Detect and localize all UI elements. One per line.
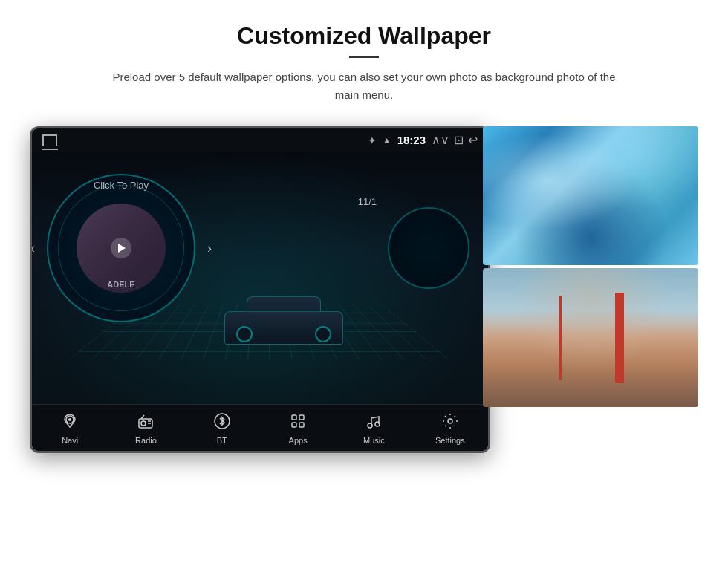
music-label: Music xyxy=(363,436,385,445)
navi-label: Navi xyxy=(62,436,78,445)
date-display: 11/1 xyxy=(358,196,377,207)
car-body xyxy=(224,311,343,345)
back-icon: ↩ xyxy=(468,133,478,147)
nav-item-radio[interactable]: Radio xyxy=(120,412,172,445)
prev-button[interactable]: ‹ xyxy=(32,241,35,256)
title-divider xyxy=(349,56,379,58)
next-button[interactable]: › xyxy=(207,241,212,256)
settings-icon xyxy=(441,412,459,433)
apps-icon xyxy=(289,412,307,433)
svg-point-13 xyxy=(448,419,452,423)
bt-icon xyxy=(213,412,231,433)
signal-icon: ▲ xyxy=(383,135,391,146)
ice-cave-image xyxy=(483,126,698,265)
svg-rect-7 xyxy=(292,415,296,420)
play-triangle-icon xyxy=(118,244,126,253)
svg-rect-8 xyxy=(299,415,304,420)
expand-icon: ∧∨ xyxy=(432,133,449,147)
gauge-ring xyxy=(388,207,469,289)
status-bar: ✦ ▲ 18:23 ∧∨ ⊡ ↩ xyxy=(32,128,488,152)
navi-icon xyxy=(61,412,79,433)
apps-label: Apps xyxy=(289,436,308,445)
golden-gate-bridge-image xyxy=(483,268,698,407)
nav-item-apps[interactable]: Apps xyxy=(272,412,324,445)
page-subtitle: Preload over 5 default wallpaper options… xyxy=(104,68,624,104)
page-title: Customized Wallpaper xyxy=(104,22,624,50)
svg-rect-10 xyxy=(299,423,304,427)
svg-point-1 xyxy=(68,418,71,421)
home-icon xyxy=(42,134,57,146)
side-images xyxy=(483,126,698,407)
bottom-nav: Navi Radio xyxy=(32,404,488,451)
radio-icon xyxy=(137,412,155,433)
page-container: Customized Wallpaper Preload over 5 defa… xyxy=(0,0,728,563)
nav-item-music[interactable]: Music xyxy=(348,412,400,445)
time-display: 18:23 xyxy=(397,134,426,146)
status-left xyxy=(42,134,60,146)
status-right: ✦ ▲ 18:23 ∧∨ ⊡ ↩ xyxy=(368,133,478,147)
album-art xyxy=(77,204,166,293)
play-button[interactable] xyxy=(111,238,131,258)
svg-rect-9 xyxy=(292,423,296,427)
music-player[interactable]: ADELE ‹ › Click To Play xyxy=(47,174,195,322)
nav-item-settings[interactable]: Settings xyxy=(424,412,476,445)
content-area: ✦ ▲ 18:23 ∧∨ ⊡ ↩ xyxy=(45,126,683,453)
radio-label: Radio xyxy=(135,436,157,445)
nav-item-navi[interactable]: Navi xyxy=(44,412,96,445)
click-to-play-label: Click To Play xyxy=(47,180,195,191)
bt-label: BT xyxy=(217,436,227,445)
car-wheel-right xyxy=(315,326,331,342)
right-gauge xyxy=(384,174,473,322)
car-head-unit: ✦ ▲ 18:23 ∧∨ ⊡ ↩ xyxy=(30,126,490,453)
bluetooth-icon: ✦ xyxy=(368,134,377,146)
music-icon xyxy=(365,412,383,433)
car-wheel-left xyxy=(236,326,253,342)
window-icon: ⊡ xyxy=(454,133,464,147)
car-silhouette xyxy=(224,293,343,352)
settings-label: Settings xyxy=(435,436,465,445)
title-section: Customized Wallpaper Preload over 5 defa… xyxy=(104,22,624,119)
nav-arrows: ∧∨ ⊡ ↩ xyxy=(432,133,478,147)
nav-item-bt[interactable]: BT xyxy=(196,412,248,445)
svg-point-3 xyxy=(141,421,146,426)
main-display: ADELE ‹ › Click To Play 11/1 xyxy=(32,152,488,404)
artist-name: ADELE xyxy=(47,280,195,289)
